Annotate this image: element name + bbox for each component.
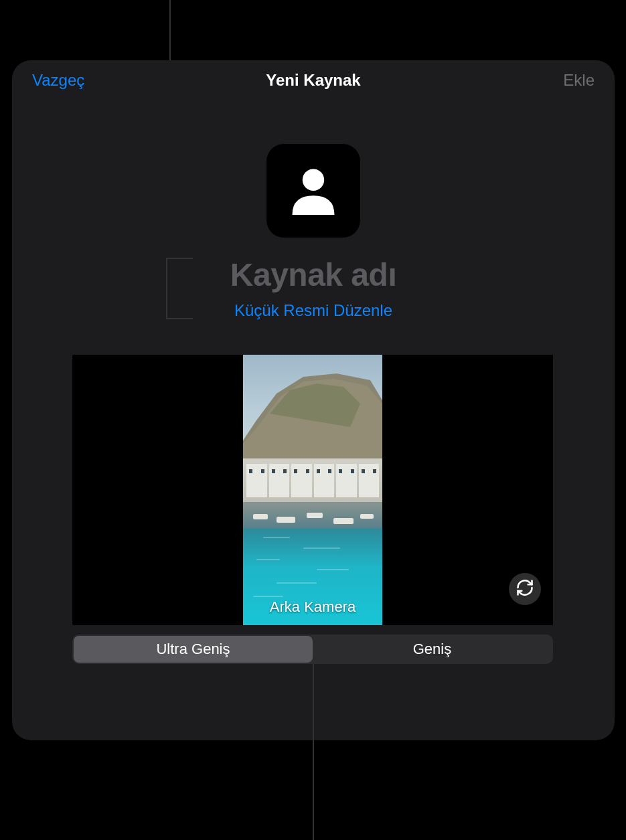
callout-line-bottom bbox=[313, 664, 314, 840]
new-source-sheet: Vazgeç Yeni Kaynak Ekle Kaynak adı Küçük… bbox=[12, 60, 615, 740]
camera-label: Arka Kamera bbox=[243, 598, 382, 616]
callout-line-top bbox=[169, 0, 171, 60]
edit-thumbnail-row: Küçük Resmi Düzenle bbox=[12, 301, 615, 320]
preview-buildings bbox=[243, 458, 382, 505]
camera-preview: Arka Kamera bbox=[72, 355, 553, 625]
thumbnail-container bbox=[12, 144, 615, 238]
callout-bracket-left bbox=[166, 258, 193, 319]
flip-camera-button[interactable] bbox=[509, 573, 541, 605]
camera-frame: Arka Kamera bbox=[243, 355, 382, 625]
cancel-button[interactable]: Vazgeç bbox=[32, 71, 84, 90]
svg-point-0 bbox=[303, 169, 324, 191]
source-name-input[interactable]: Kaynak adı bbox=[230, 257, 396, 292]
lens-segmented-control[interactable]: Ultra Geniş Geniş bbox=[72, 635, 553, 664]
sheet-title: Yeni Kaynak bbox=[266, 71, 360, 90]
add-button[interactable]: Ekle bbox=[563, 71, 595, 90]
edit-thumbnail-link[interactable]: Küçük Resmi Düzenle bbox=[234, 301, 392, 319]
lens-option-ultra-wide[interactable]: Ultra Geniş bbox=[74, 636, 313, 663]
navigation-bar: Vazgeç Yeni Kaynak Ekle bbox=[12, 60, 615, 100]
lens-option-wide[interactable]: Geniş bbox=[313, 636, 552, 663]
camera-flip-icon bbox=[516, 578, 534, 600]
person-icon bbox=[283, 161, 343, 221]
thumbnail-preview[interactable] bbox=[266, 144, 360, 238]
source-name-row: Kaynak adı bbox=[12, 256, 615, 293]
